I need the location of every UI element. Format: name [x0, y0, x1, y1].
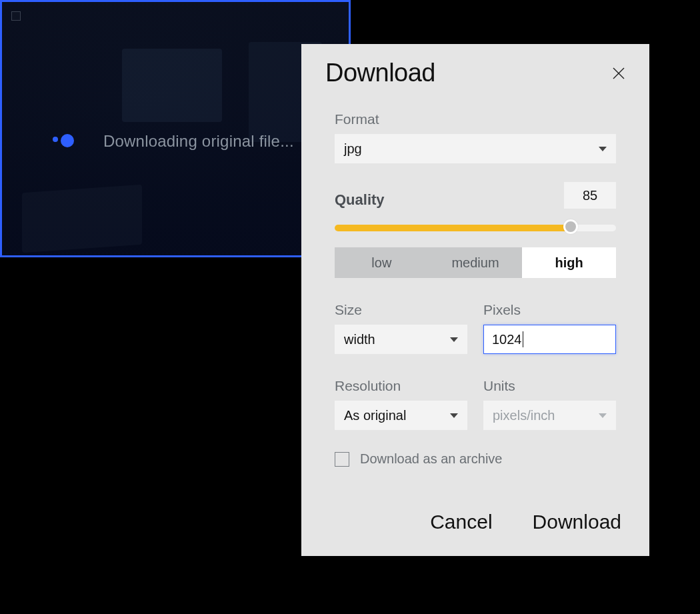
units-label: Units	[483, 378, 616, 394]
resolution-label: Resolution	[335, 378, 467, 394]
chevron-down-icon	[599, 147, 607, 151]
close-icon	[611, 65, 627, 81]
quality-value-input[interactable]: 85	[564, 182, 616, 209]
quality-preset-group: low medium high	[335, 247, 616, 278]
quality-preset-medium[interactable]: medium	[429, 247, 523, 278]
chevron-down-icon	[599, 413, 607, 418]
quality-slider-thumb[interactable]	[563, 219, 578, 234]
quality-preset-high[interactable]: high	[522, 247, 616, 278]
format-label: Format	[335, 111, 616, 127]
loading-spinner-icon	[50, 131, 77, 151]
download-button[interactable]: Download	[533, 511, 621, 533]
pixels-input-value: 1024	[492, 332, 522, 347]
chevron-down-icon	[450, 413, 458, 418]
archive-checkbox-label: Download as an archive	[360, 451, 502, 467]
quality-label: Quality	[335, 191, 385, 209]
format-select[interactable]: jpg	[335, 134, 616, 163]
text-caret	[523, 331, 523, 347]
pixels-input[interactable]: 1024	[483, 325, 616, 354]
selection-checkbox[interactable]	[11, 11, 21, 21]
units-select-value: pixels/inch	[493, 408, 555, 423]
size-select-value: width	[344, 332, 375, 347]
size-label: Size	[335, 302, 467, 318]
format-select-value: jpg	[344, 141, 362, 157]
size-select[interactable]: width	[335, 325, 467, 354]
close-button[interactable]	[608, 63, 629, 84]
pixels-label: Pixels	[483, 302, 616, 318]
resolution-select[interactable]: As original	[335, 401, 467, 430]
units-select: pixels/inch	[483, 401, 616, 430]
dialog-title: Download	[325, 59, 435, 87]
cancel-button[interactable]: Cancel	[430, 511, 492, 533]
resolution-select-value: As original	[344, 408, 406, 423]
quality-slider-fill	[335, 225, 571, 231]
selected-thumbnail: Downloading original file...	[0, 0, 351, 257]
quality-slider[interactable]	[335, 221, 616, 234]
quality-preset-low[interactable]: low	[335, 247, 429, 278]
download-dialog: Download Format jpg Quality 85 low mediu…	[301, 44, 649, 556]
archive-checkbox[interactable]	[335, 452, 349, 467]
chevron-down-icon	[450, 337, 458, 342]
loading-status-text: Downloading original file...	[103, 132, 294, 151]
